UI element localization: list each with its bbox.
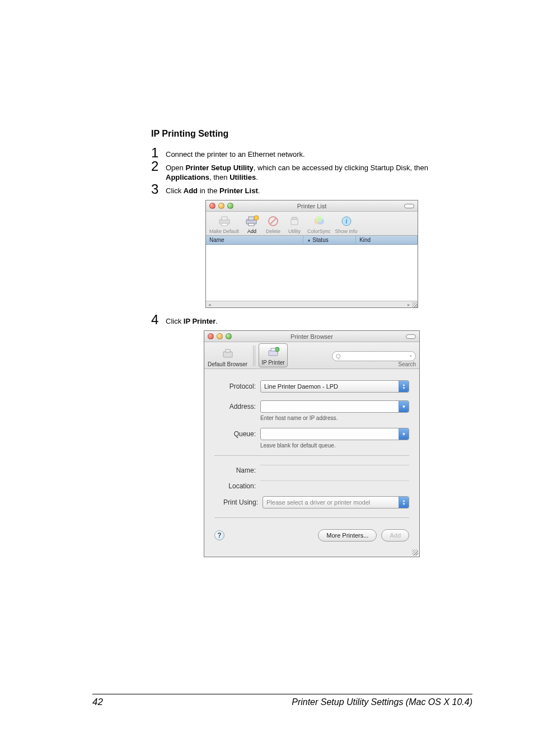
add-button[interactable]: Add xyxy=(243,214,260,234)
t: , which can be accessed by clicking Star… xyxy=(254,164,428,172)
ip-printer-tab[interactable]: IP Printer xyxy=(259,343,288,367)
location-label: Location: xyxy=(214,482,256,490)
search-label: Search xyxy=(398,361,416,367)
step-4: 4 Click IP Printer. xyxy=(151,314,472,326)
colorsync-button[interactable]: ColorSync xyxy=(307,214,331,234)
window-title: Printer List xyxy=(206,203,418,209)
scroll-right-icon[interactable]: ▸ xyxy=(405,301,412,307)
address-hint: Enter host name or IP address. xyxy=(260,415,409,421)
b: Applications xyxy=(166,173,209,181)
add-button[interactable]: Add xyxy=(381,529,409,542)
print-using-value: Please select a driver or printer model xyxy=(266,499,370,506)
protocol-select[interactable]: Line Printer Daemon - LPD ▲▼ xyxy=(260,380,409,393)
select-arrows-icon: ▲▼ xyxy=(399,381,409,392)
label: Delete xyxy=(266,228,280,234)
divider xyxy=(214,517,409,518)
t: , then xyxy=(209,173,229,181)
step-3: 3 Click Add in the Printer List. xyxy=(151,183,472,195)
dropdown-arrow-icon[interactable]: ▼ xyxy=(399,428,409,440)
default-browser-icon xyxy=(219,347,236,361)
svg-rect-4 xyxy=(249,217,254,220)
t: . xyxy=(258,186,260,195)
queue-hint: Leave blank for default queue. xyxy=(260,442,409,449)
dropdown-arrow-icon[interactable]: ▼ xyxy=(399,401,409,412)
default-browser-tab[interactable]: Default Browser xyxy=(208,347,247,367)
printer-icon xyxy=(216,214,233,228)
list-header[interactable]: Name ▲ Status Kind xyxy=(206,236,418,245)
t: Click xyxy=(166,317,184,325)
footer-title: Printer Setup Utility Settings (Mac OS X… xyxy=(292,697,472,707)
step-text: Connect the printer to an Ethernet netwo… xyxy=(166,147,472,159)
utility-button[interactable]: Utility xyxy=(286,214,303,234)
page-number: 42 xyxy=(92,697,103,708)
window-title: Printer Browser xyxy=(204,333,419,340)
b: Printer Setup Utility xyxy=(185,164,253,172)
t: . xyxy=(216,317,218,325)
label: Utility xyxy=(288,228,301,234)
search-dropdown-icon: ▾ xyxy=(410,354,412,358)
label: Add xyxy=(247,228,256,234)
resize-handle-icon[interactable] xyxy=(412,302,418,307)
step-2: 2 Open Printer Setup Utility, which can … xyxy=(151,160,472,182)
step-text: Open Printer Setup Utility, which can be… xyxy=(166,160,472,182)
resize-handle-icon[interactable] xyxy=(412,549,418,556)
printer-list-window: Printer List Make Default Add Delete xyxy=(205,200,418,308)
step-number: 1 xyxy=(151,147,166,159)
titlebar[interactable]: Printer Browser xyxy=(204,331,419,342)
utility-icon xyxy=(286,214,303,228)
scroll-left-icon[interactable]: ◂ xyxy=(206,301,213,307)
address-input[interactable]: ▼ xyxy=(260,400,409,413)
ip-printer-icon xyxy=(265,345,282,360)
print-using-select[interactable]: Please select a driver or printer model … xyxy=(263,496,409,508)
svg-line-8 xyxy=(270,218,276,224)
label: Show Info xyxy=(335,228,358,234)
step-number: 4 xyxy=(151,314,166,326)
list-body[interactable] xyxy=(206,245,418,301)
column-status[interactable]: ▲ Status xyxy=(303,236,356,244)
make-default-button[interactable]: Make Default xyxy=(209,214,239,234)
protocol-label: Protocol: xyxy=(214,382,256,390)
titlebar[interactable]: Printer List xyxy=(206,200,418,212)
page-footer: 42 Printer Setup Utility Settings (Mac O… xyxy=(92,694,472,708)
queue-input[interactable]: ▼ xyxy=(260,428,409,440)
sort-asc-icon: ▲ xyxy=(307,238,311,242)
printer-add-icon xyxy=(243,214,260,228)
svg-rect-20 xyxy=(271,348,275,351)
column-kind[interactable]: Kind xyxy=(356,236,418,244)
label: IP Printer xyxy=(261,360,285,366)
address-label: Address: xyxy=(214,403,256,410)
info-icon: i xyxy=(338,214,355,228)
search-input[interactable]: Q▾ xyxy=(332,351,416,361)
name-field xyxy=(260,465,409,476)
svg-point-6 xyxy=(254,216,259,220)
b: Utilities xyxy=(229,173,256,181)
section-heading: IP Printing Setting xyxy=(151,129,472,139)
t: . xyxy=(256,173,258,181)
label: ColorSync xyxy=(307,228,331,234)
b: Add xyxy=(184,186,198,195)
b: IP Printer xyxy=(184,317,216,325)
print-using-label: Print Using: xyxy=(214,498,258,506)
browser-toolbar: Default Browser IP Printer Q▾ Search xyxy=(204,342,419,369)
t: in the xyxy=(198,186,219,195)
svg-rect-2 xyxy=(222,223,227,226)
more-printers-button[interactable]: More Printers... xyxy=(318,529,377,542)
step-number: 3 xyxy=(151,183,166,195)
name-label: Name: xyxy=(214,466,256,474)
delete-button[interactable]: Delete xyxy=(265,214,282,234)
help-button[interactable]: ? xyxy=(214,530,224,540)
column-name[interactable]: Name xyxy=(206,236,303,244)
divider xyxy=(214,455,409,456)
select-arrows-icon: ▲▼ xyxy=(399,497,409,508)
b: Printer List xyxy=(219,186,258,195)
location-field xyxy=(260,480,409,492)
svg-point-13 xyxy=(316,216,322,222)
svg-rect-17 xyxy=(226,349,230,352)
search-icon: Q xyxy=(336,353,341,360)
queue-label: Queue: xyxy=(214,430,256,438)
show-info-button[interactable]: i Show Info xyxy=(335,214,358,234)
label: Default Browser xyxy=(208,361,247,367)
printer-browser-window: Printer Browser Default Browser IP Print… xyxy=(204,330,420,557)
step-text: Click Add in the Printer List. xyxy=(166,183,472,195)
svg-rect-1 xyxy=(222,217,227,220)
